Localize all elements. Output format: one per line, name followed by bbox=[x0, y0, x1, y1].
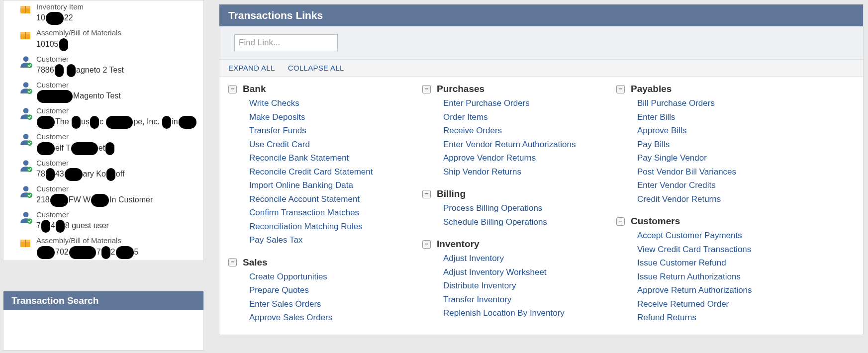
section-header: −Bank bbox=[228, 84, 422, 94]
link-section: −BillingProcess Billing OperationsSchedu… bbox=[422, 188, 616, 229]
transaction-link[interactable]: Schedule Billing Operations bbox=[443, 215, 616, 229]
record-type-label: Assembly/Bill of Materials bbox=[36, 236, 138, 246]
record-detail-label: 1022 bbox=[36, 12, 84, 25]
transaction-link[interactable]: Distribute Inventory bbox=[443, 279, 616, 293]
transaction-link[interactable]: Issue Customer Refund bbox=[637, 256, 830, 270]
transaction-link[interactable]: Enter Bills bbox=[637, 110, 830, 124]
record-detail-label: 748 guest user bbox=[36, 220, 109, 233]
link-section: −CustomersAccept Customer PaymentsView C… bbox=[616, 216, 830, 325]
transaction-link[interactable]: Approve Vendor Returns bbox=[443, 151, 616, 165]
record-type-label: Customer bbox=[36, 54, 124, 64]
transaction-link[interactable]: Bill Purchase Orders bbox=[637, 96, 830, 110]
transaction-link[interactable]: Reconcile Bank Statement bbox=[249, 151, 422, 165]
transaction-link[interactable]: Transfer Inventory bbox=[443, 293, 616, 307]
recent-record[interactable]: CustomerThe usc pe, Inc. in bbox=[3, 104, 203, 130]
recent-record[interactable]: Customer218FW WIn Customer bbox=[3, 182, 203, 208]
link-section: −InventoryAdjust InventoryAdjust Invento… bbox=[422, 239, 616, 320]
transaction-link[interactable]: Transfer Funds bbox=[249, 124, 422, 138]
transaction-link[interactable]: Import Online Banking Data bbox=[249, 178, 422, 192]
transaction-link[interactable]: Reconciliation Matching Rules bbox=[249, 220, 422, 234]
recent-record[interactable]: Customer7886 agneto 2 Test bbox=[3, 53, 203, 79]
section-header: −Customers bbox=[616, 216, 830, 227]
recent-record[interactable]: Customer7843ary Kooff bbox=[3, 157, 203, 182]
collapse-section-button[interactable]: − bbox=[422, 85, 431, 93]
transaction-link[interactable]: Pay Bills bbox=[637, 138, 830, 152]
transaction-link[interactable]: Accept Customer Payments bbox=[637, 229, 830, 243]
customer-icon bbox=[19, 211, 31, 223]
transaction-link[interactable]: Credit Vendor Returns bbox=[637, 192, 830, 206]
recent-record[interactable]: Assembly/Bill of Materials702725 bbox=[3, 234, 203, 260]
section-links: Bill Purchase OrdersEnter BillsApprove B… bbox=[616, 96, 830, 206]
transaction-link[interactable]: Ship Vendor Returns bbox=[443, 165, 616, 179]
collapse-section-button[interactable]: − bbox=[422, 240, 431, 249]
find-link-bar bbox=[219, 26, 863, 60]
transaction-link[interactable]: Refund Returns bbox=[637, 311, 830, 325]
section-title: Payables bbox=[631, 84, 672, 94]
collapse-section-button[interactable]: − bbox=[228, 85, 237, 93]
transaction-link[interactable]: Approve Return Authorizations bbox=[637, 283, 830, 297]
transaction-link[interactable]: Reconcile Account Statement bbox=[249, 192, 422, 206]
transaction-link[interactable]: Receive Returned Order bbox=[637, 297, 830, 311]
recent-record[interactable]: Customerelf Tet bbox=[3, 130, 203, 156]
transaction-link[interactable]: Approve Bills bbox=[637, 124, 830, 138]
transaction-link[interactable]: Adjust Inventory Worksheet bbox=[443, 265, 616, 279]
transaction-link[interactable]: Confirm Transaction Matches bbox=[249, 206, 422, 220]
section-title: Bank bbox=[243, 84, 266, 94]
transaction-link[interactable]: Enter Sales Orders bbox=[249, 297, 422, 311]
transaction-link[interactable]: Write Checks bbox=[249, 96, 422, 110]
transaction-link[interactable]: Post Vendor Bill Variances bbox=[637, 165, 830, 179]
section-title: Sales bbox=[243, 257, 268, 268]
customer-icon bbox=[19, 81, 31, 93]
transaction-link[interactable]: Replenish Location By Inventory bbox=[443, 306, 616, 320]
record-type-label: Assembly/Bill of Materials bbox=[36, 28, 121, 38]
transaction-link[interactable]: View Credit Card Transactions bbox=[637, 243, 830, 257]
recent-records-panel: Inventory Item1022Assembly/Bill of Mater… bbox=[3, 0, 204, 261]
customer-icon bbox=[19, 107, 31, 119]
collapse-section-button[interactable]: − bbox=[616, 217, 625, 226]
section-header: −Billing bbox=[422, 188, 616, 199]
record-type-label: Customer bbox=[36, 158, 124, 168]
section-links: Write ChecksMake DepositsTransfer FundsU… bbox=[228, 96, 422, 247]
transaction-link[interactable]: Adjust Inventory bbox=[443, 252, 616, 265]
transaction-link[interactable]: Order Items bbox=[443, 110, 616, 124]
package-icon bbox=[19, 29, 31, 41]
link-section: −SalesCreate OpportunitiesPrepare Quotes… bbox=[228, 257, 422, 325]
section-header: −Purchases bbox=[422, 84, 616, 94]
section-links: Accept Customer PaymentsView Credit Card… bbox=[616, 229, 830, 325]
link-section: −PayablesBill Purchase OrdersEnter Bills… bbox=[616, 84, 830, 206]
find-link-input[interactable] bbox=[234, 34, 338, 51]
transaction-link[interactable]: Pay Single Vendor bbox=[637, 151, 830, 165]
transaction-link[interactable]: Enter Purchase Orders bbox=[443, 96, 616, 110]
customer-icon bbox=[19, 133, 31, 145]
collapse-all-link[interactable]: COLLAPSE ALL bbox=[288, 64, 344, 72]
collapse-section-button[interactable]: − bbox=[228, 258, 237, 266]
transaction-link[interactable]: Create Opportunities bbox=[249, 270, 422, 284]
recent-record[interactable]: CustomerMagento Test bbox=[3, 79, 203, 104]
customer-icon bbox=[19, 159, 31, 171]
transaction-link[interactable]: Issue Return Authorizations bbox=[637, 270, 830, 284]
record-type-label: Customer bbox=[36, 184, 153, 194]
recent-record[interactable]: Assembly/Bill of Materials10105 bbox=[3, 26, 203, 52]
collapse-section-button[interactable]: − bbox=[422, 190, 431, 198]
transaction-link[interactable]: Pay Sales Tax bbox=[249, 233, 422, 247]
transaction-link[interactable]: Use Credit Card bbox=[249, 138, 422, 152]
transaction-link[interactable]: Prepare Quotes bbox=[249, 283, 422, 297]
transaction-link[interactable]: Enter Vendor Credits bbox=[637, 178, 830, 192]
customer-icon bbox=[19, 185, 31, 197]
section-links: Adjust InventoryAdjust Inventory Workshe… bbox=[422, 252, 616, 320]
transaction-link[interactable]: Receive Orders bbox=[443, 124, 616, 138]
transaction-link[interactable]: Approve Sales Orders bbox=[249, 311, 422, 325]
transaction-link[interactable]: Enter Vendor Return Authorizations bbox=[443, 138, 616, 152]
recent-record[interactable]: Customer748 guest user bbox=[3, 208, 203, 234]
collapse-section-button[interactable]: − bbox=[616, 85, 625, 93]
record-detail-label: Magento Test bbox=[36, 90, 121, 103]
transaction-link[interactable]: Make Deposits bbox=[249, 110, 422, 124]
transaction-link[interactable]: Process Billing Operations bbox=[443, 201, 616, 215]
record-detail-label: 218FW WIn Customer bbox=[36, 194, 153, 207]
link-columns: −BankWrite ChecksMake DepositsTransfer F… bbox=[219, 77, 863, 335]
expand-all-link[interactable]: EXPAND ALL bbox=[228, 64, 275, 72]
transaction-link[interactable]: Reconcile Credit Card Statement bbox=[249, 165, 422, 179]
record-type-label: Customer bbox=[36, 132, 115, 142]
link-section: −PurchasesEnter Purchase OrdersOrder Ite… bbox=[422, 84, 616, 178]
recent-record[interactable]: Inventory Item1022 bbox=[3, 0, 203, 26]
